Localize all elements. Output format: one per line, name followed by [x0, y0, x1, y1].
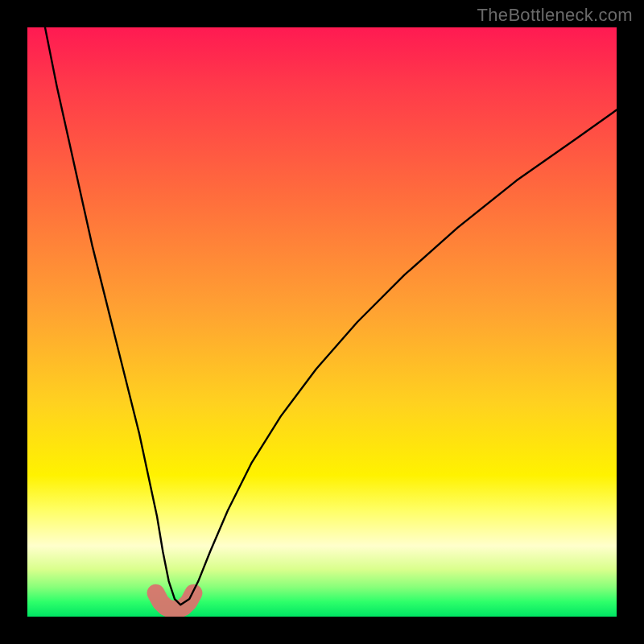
chart-overlay [27, 27, 617, 617]
bottleneck-curve [45, 27, 617, 605]
chart-frame: TheBottleneck.com [0, 0, 644, 644]
curve-group [45, 27, 617, 605]
valley-marker-blob [156, 593, 194, 610]
watermark-text: TheBottleneck.com [477, 5, 633, 26]
valley-marker-group [156, 593, 194, 610]
